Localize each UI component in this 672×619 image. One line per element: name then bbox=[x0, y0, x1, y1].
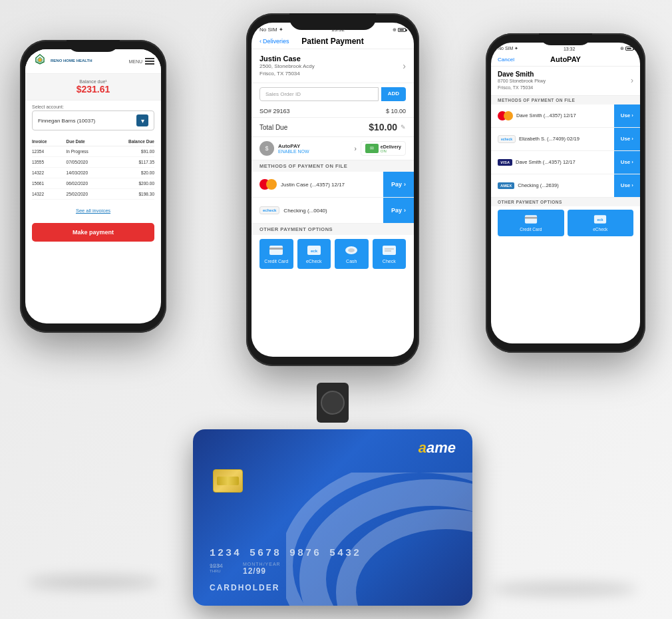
pay-button-echeck[interactable]: Pay › bbox=[383, 198, 414, 223]
table-header: Invoice Due Date Balance Due bbox=[32, 137, 154, 146]
card-brand-name: aame bbox=[419, 439, 456, 457]
total-amount: $10.00 bbox=[369, 122, 397, 132]
right-phone-shadow bbox=[491, 582, 637, 596]
right-pm-info-mc: Dave Smith (...4357) 12/17 bbox=[491, 107, 614, 124]
pm-name-mastercard: Justin Case (...4357) 12/17 bbox=[281, 182, 345, 188]
account-name: Finnegan Barns (10037) bbox=[38, 118, 95, 124]
col-invoice-header: Invoice bbox=[32, 139, 67, 144]
left-phone-logo: RENO HOME HEALTH bbox=[32, 53, 92, 69]
use-button-visa[interactable]: Use › bbox=[614, 151, 640, 174]
cash-icon bbox=[343, 244, 359, 256]
table-row: 14322 25/02/2020 $198.30 bbox=[32, 189, 154, 200]
right-pm-info-amex: AMEX Checking (...2639) bbox=[491, 178, 614, 193]
svg-text:eck: eck bbox=[311, 249, 318, 253]
visa-icon: VISA bbox=[498, 159, 512, 166]
card-short-number: 1234 bbox=[210, 562, 223, 569]
patient-chevron-icon: › bbox=[403, 61, 406, 71]
right-pm-amex: AMEX Checking (...2639) Use › bbox=[491, 174, 640, 198]
right-other-options-header: OTHER PAYMENT OPTIONS bbox=[491, 198, 640, 206]
echeck-icon: echeck bbox=[259, 206, 279, 214]
left-phone-screen: RENO HOME HEALTH MENU Balance due¹ $231.… bbox=[25, 49, 161, 323]
mastercard-icon bbox=[259, 179, 277, 190]
right-methods-header: METHODS OF PAYMENT ON FILE bbox=[491, 96, 640, 104]
pay-button-mastercard[interactable]: Pay › bbox=[383, 172, 414, 197]
menu-button[interactable]: MENU bbox=[128, 57, 154, 66]
balance-label: Balance due¹ bbox=[32, 79, 154, 84]
table-row: 14322 14/03/2020 $20.00 bbox=[32, 168, 154, 178]
right-time-label: 13:32 bbox=[564, 47, 576, 51]
payment-method-echeck: echeck Checking (...0040) Pay › bbox=[252, 198, 414, 224]
card-chip bbox=[213, 469, 243, 493]
right-status-icons: ⊕ bbox=[620, 46, 633, 51]
credit-card-option[interactable]: Credit Card bbox=[259, 239, 293, 269]
right-mastercard-icon bbox=[498, 111, 513, 120]
svg-text:eck: eck bbox=[597, 218, 604, 222]
right-carrier-label: No SIM ✦ bbox=[498, 46, 518, 51]
add-button[interactable]: ADD bbox=[381, 87, 406, 101]
patient-address: 2500, Stonebrook Acdy Frisco, TX 75034 bbox=[259, 63, 315, 77]
right-echeck-option[interactable]: eck eCheck bbox=[568, 210, 634, 236]
status-icons: ⊕ bbox=[393, 27, 406, 33]
echeck-option[interactable]: eck eCheck bbox=[297, 239, 331, 269]
right-pm-name-visa: Dave Smith (...4357) 12/17 bbox=[516, 159, 576, 165]
cancel-button[interactable]: Cancel bbox=[498, 57, 514, 63]
autopay-icon: $ bbox=[259, 141, 274, 156]
credit-card-icon bbox=[268, 244, 284, 256]
right-patient-chevron-icon: › bbox=[631, 76, 633, 85]
right-pm-name-amex: Checking (...2639) bbox=[518, 182, 558, 188]
use-button-amex[interactable]: Use › bbox=[614, 174, 640, 197]
make-payment-button[interactable]: Make payment bbox=[32, 223, 154, 242]
svg-point-2 bbox=[39, 59, 42, 62]
right-pm-visa: VISA Dave Smith (...4357) 12/17 Use › bbox=[491, 151, 640, 174]
table-row: 12354 In Progress $91.00 bbox=[32, 146, 154, 157]
right-echeck-icon: echeck bbox=[498, 135, 516, 143]
autopay-label: AutoPAY bbox=[278, 143, 351, 149]
col-balance-header: Balance Due bbox=[112, 139, 154, 144]
right-echeck-option-icon: eck bbox=[593, 214, 607, 225]
right-credit-card-option[interactable]: Credit Card bbox=[498, 210, 564, 236]
left-phone-header: RENO HOME HEALTH MENU bbox=[25, 49, 161, 74]
methods-header: METHODS OF PAYMENT ON FILE bbox=[252, 160, 414, 172]
back-button[interactable]: ‹ Deliveries bbox=[259, 38, 289, 45]
account-label: Select account: bbox=[32, 104, 154, 109]
table-row: 13555 07/05/2020 $117.35 bbox=[32, 157, 154, 168]
right-credit-card-icon bbox=[524, 214, 538, 225]
left-phone-shadow bbox=[27, 576, 160, 589]
right-pm-name-mc: Dave Smith (...4357) 12/17 bbox=[516, 112, 576, 118]
see-all-invoices-link[interactable]: See all invoices bbox=[25, 202, 161, 219]
card-wave-decoration bbox=[286, 473, 472, 606]
check-option[interactable]: Check bbox=[373, 239, 407, 269]
right-pm-info-echeck: echeck Elizabeth S. (...7409) 02/19 bbox=[491, 131, 614, 147]
logo-icon bbox=[32, 53, 48, 69]
right-patient-info: Dave Smith 8700 Stonebrook Pkwy Frisco, … bbox=[491, 67, 640, 96]
cash-option[interactable]: Cash bbox=[335, 239, 369, 269]
svg-rect-13 bbox=[525, 216, 537, 218]
dongle-circle bbox=[321, 391, 345, 415]
autopay-sublabel: ENABLE NOW bbox=[278, 149, 351, 154]
right-patient-address: 8700 Stonebrook Pkwy Frisco, TX 75034 bbox=[498, 78, 546, 91]
svg-point-17 bbox=[346, 519, 472, 606]
center-patient-info: Justin Case 2500, Stonebrook Acdy Frisco… bbox=[252, 49, 414, 83]
right-patient-name: Dave Smith bbox=[498, 71, 546, 78]
chevron-down-icon: ▾ bbox=[136, 114, 148, 126]
card-number: 1234 5678 9876 5432 bbox=[210, 548, 361, 559]
table-row: 15661 06/02/2020 $200.00 bbox=[32, 178, 154, 189]
edelivery-label: eDelivery bbox=[381, 144, 401, 149]
right-phone-notch bbox=[539, 33, 592, 45]
pm-info-mastercard: Justin Case (...4357) 12/17 bbox=[252, 174, 383, 195]
right-other-options: Credit Card eck eCheck bbox=[491, 206, 640, 240]
right-pm-info-visa: VISA Dave Smith (...4357) 12/17 bbox=[491, 155, 614, 170]
use-button-echeck[interactable]: Use › bbox=[614, 128, 640, 150]
pm-name-echeck: Checking (...0040) bbox=[283, 208, 327, 214]
svg-rect-9 bbox=[383, 246, 396, 255]
payment-method-mastercard: Justin Case (...4357) 12/17 Pay › bbox=[252, 172, 414, 198]
center-nav: ‹ Deliveries Patient Payment bbox=[252, 34, 414, 49]
use-button-mc[interactable]: Use › bbox=[614, 104, 640, 127]
logo-text: RENO HOME HEALTH bbox=[51, 59, 92, 63]
sales-order-input[interactable]: Sales Order ID bbox=[259, 87, 379, 101]
so-row: SO# 29163 $ 10.00 bbox=[252, 105, 414, 118]
account-select[interactable]: Finnegan Barns (10037) ▾ bbox=[32, 110, 154, 130]
center-phone-notch bbox=[289, 13, 376, 30]
pm-info-echeck: echeck Checking (...0040) bbox=[252, 201, 383, 220]
total-label: Total Due bbox=[259, 124, 287, 131]
